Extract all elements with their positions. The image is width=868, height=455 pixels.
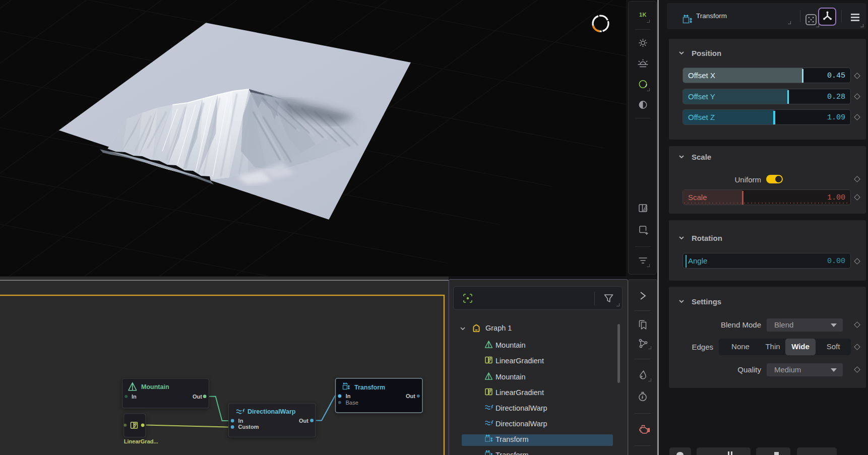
svg-text:Mountain: Mountain (141, 383, 169, 391)
svg-text:LinearGrad...: LinearGrad... (124, 438, 158, 444)
svg-text:In: In (238, 418, 243, 424)
svg-text:DirectionalWarp: DirectionalWarp (247, 408, 296, 415)
svg-text:Custom: Custom (238, 424, 259, 430)
svg-text:Transform: Transform (354, 384, 385, 391)
svg-text:Base: Base (346, 400, 358, 406)
svg-text:In: In (346, 393, 351, 399)
svg-text:Out: Out (299, 418, 308, 424)
svg-text:Out: Out (406, 393, 415, 399)
svg-text:In: In (132, 394, 137, 400)
svg-text:Out: Out (193, 394, 202, 400)
